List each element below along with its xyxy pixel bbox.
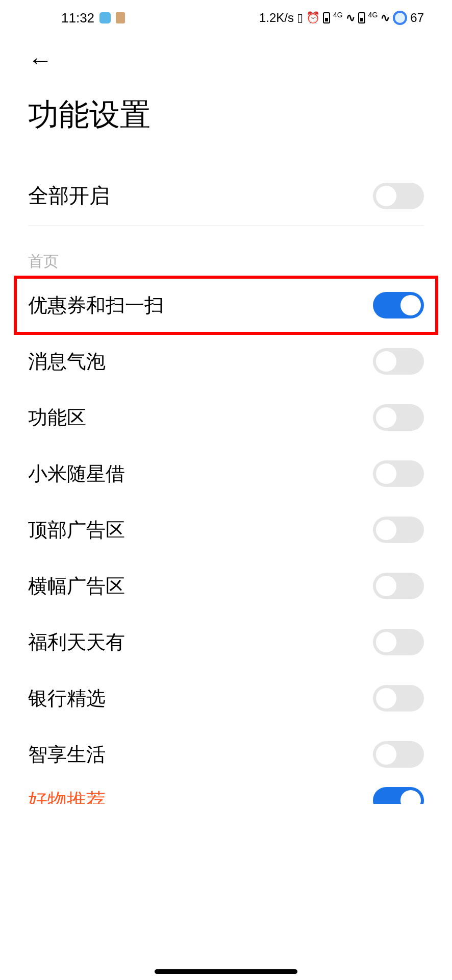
setting-toggle[interactable] [373, 348, 424, 375]
toggle-knob [376, 576, 396, 596]
setting-row-partial: 好物推荐 [0, 782, 452, 804]
setting-label: 横幅广告区 [28, 573, 125, 599]
setting-row: 福利天天有 [0, 614, 452, 670]
setting-toggle[interactable] [373, 460, 424, 487]
signal-wave-icon-1: ∿ [346, 11, 355, 24]
setting-label: 功能区 [28, 405, 86, 431]
setting-label: 消息气泡 [28, 349, 106, 375]
setting-toggle[interactable] [373, 629, 424, 655]
setting-label: 顶部广告区 [28, 517, 125, 543]
setting-row: 小米随星借 [0, 446, 452, 502]
toggle-knob [376, 520, 396, 540]
setting-toggle[interactable] [373, 741, 424, 768]
alarm-icon: ⏰ [306, 11, 320, 24]
battery-icon-1 [323, 12, 330, 23]
toggle-knob [376, 351, 396, 372]
setting-label: 智享生活 [28, 742, 106, 768]
toggle-knob [400, 790, 421, 804]
setting-toggle[interactable] [373, 573, 424, 599]
section-header-home: 首页 [0, 226, 452, 277]
setting-toggle[interactable] [373, 685, 424, 712]
setting-row: 优惠券和扫一扫 [15, 277, 437, 333]
page-title: 功能设置 [0, 74, 452, 166]
home-indicator[interactable] [155, 969, 297, 974]
setting-row: 银行精选 [0, 670, 452, 726]
toggle-knob [376, 744, 396, 765]
toggle-knob [400, 295, 421, 315]
vibrate-icon: ▯ [297, 11, 303, 24]
battery-ring-icon [393, 11, 407, 25]
setting-row: 顶部广告区 [0, 502, 452, 558]
setting-toggle[interactable] [373, 404, 424, 431]
notification-app-icon-2 [116, 12, 125, 23]
setting-toggle[interactable] [373, 517, 424, 543]
setting-label: 银行精选 [28, 685, 106, 712]
back-button[interactable]: ← [28, 46, 53, 74]
toggle-knob [376, 186, 396, 206]
network-speed: 1.2K/s [259, 11, 294, 25]
setting-row: 智享生活 [0, 726, 452, 782]
toggle-knob [376, 632, 396, 652]
setting-label-partial: 好物推荐 [28, 788, 106, 804]
settings-list: 优惠券和扫一扫消息气泡功能区小米随星借顶部广告区横幅广告区福利天天有银行精选智享… [0, 277, 452, 782]
network-4g-1: 4G [333, 11, 343, 19]
setting-row: 功能区 [0, 389, 452, 446]
battery-icon-2 [358, 12, 365, 23]
toggle-knob [376, 407, 396, 428]
battery-percent: 67 [410, 11, 424, 25]
setting-label: 优惠券和扫一扫 [28, 292, 164, 318]
toggle-knob [376, 688, 396, 708]
master-toggle[interactable] [373, 183, 424, 209]
setting-label: 福利天天有 [28, 629, 125, 655]
status-left: 11:32 [61, 10, 125, 26]
setting-row: 横幅广告区 [0, 558, 452, 614]
notification-app-icon [99, 12, 111, 23]
status-right: 1.2K/s ▯ ⏰ 4G ∿ 4G ∿ 67 [259, 11, 424, 25]
signal-wave-icon-2: ∿ [381, 11, 390, 24]
toggle-knob [376, 463, 396, 484]
setting-label: 小米随星借 [28, 461, 125, 487]
back-row: ← [0, 31, 452, 74]
setting-row: 消息气泡 [0, 333, 452, 389]
network-4g-2: 4G [368, 11, 378, 19]
master-toggle-label: 全部开启 [28, 182, 110, 210]
master-toggle-row: 全部开启 [0, 166, 452, 225]
status-time: 11:32 [61, 10, 94, 26]
setting-toggle-partial[interactable] [373, 787, 424, 804]
setting-toggle[interactable] [373, 292, 424, 318]
status-bar: 11:32 1.2K/s ▯ ⏰ 4G ∿ 4G ∿ 67 [0, 0, 452, 31]
